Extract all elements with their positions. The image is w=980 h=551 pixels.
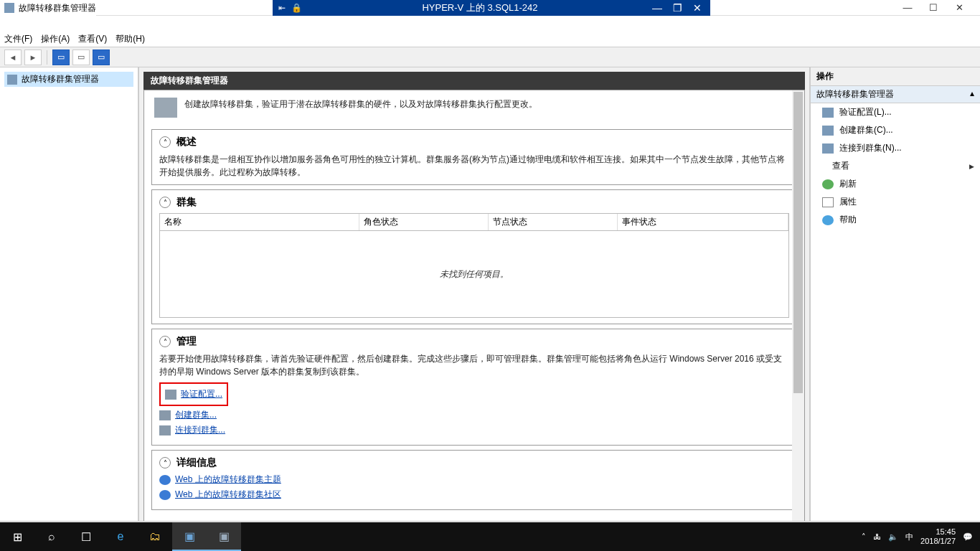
overview-panel: ˄ 概述 故障转移群集是一组相互协作以增加服务器角色可用性的独立计算机。群集服务… bbox=[151, 129, 797, 185]
volume-icon[interactable]: 🔈 bbox=[888, 532, 898, 542]
validate-config-link-row: 验证配置... bbox=[165, 388, 222, 400]
action-properties[interactable]: 属性 bbox=[811, 193, 980, 211]
menu-view[interactable]: 查看(V) bbox=[78, 33, 107, 45]
toolbar-back-button[interactable]: ◄ bbox=[4, 50, 22, 65]
globe-icon bbox=[159, 475, 171, 485]
action-connect[interactable]: 连接到群集(N)... bbox=[811, 139, 980, 157]
highlight-box: 验证配置... bbox=[159, 382, 228, 406]
vm-connection-titlebar: ⇤ 🔒 HYPER-V 上的 3.SQL1-242 — ❐ ✕ bbox=[273, 0, 710, 16]
tree-root-item[interactable]: 故障转移群集管理器 bbox=[4, 72, 133, 87]
scrollbar-thumb[interactable] bbox=[793, 92, 803, 393]
tray-up-icon[interactable]: ˄ bbox=[862, 532, 866, 542]
clusters-title: 群集 bbox=[176, 196, 197, 209]
validate-icon bbox=[822, 108, 834, 118]
outer-maximize-button[interactable]: ☐ bbox=[928, 2, 938, 13]
web-community-link-row: Web 上的故障转移群集社区 bbox=[159, 489, 789, 501]
chevron-up-icon[interactable]: ˄ bbox=[159, 336, 171, 347]
col-event-state[interactable]: 事件状态 bbox=[618, 214, 788, 230]
outer-minimize-button[interactable]: — bbox=[903, 2, 913, 13]
connect-cluster-link[interactable]: 连接到群集... bbox=[175, 424, 225, 436]
vm-minimize-button[interactable]: — bbox=[652, 2, 662, 14]
server-manager-icon[interactable]: ▣ bbox=[172, 522, 207, 551]
outer-close-button[interactable]: ✕ bbox=[954, 2, 964, 13]
menu-action[interactable]: 操作(A) bbox=[41, 33, 70, 45]
action-create-label: 创建群集(C)... bbox=[839, 124, 893, 136]
tree-pane: 故障转移群集管理器 bbox=[0, 67, 139, 521]
chevron-up-icon[interactable]: ˄ bbox=[159, 136, 171, 148]
web-community-link[interactable]: Web 上的故障转移群集社区 bbox=[175, 489, 281, 501]
col-node-state[interactable]: 节点状态 bbox=[489, 214, 618, 230]
toolbar-view1-button[interactable]: ▭ bbox=[52, 50, 70, 65]
actions-section-header: 故障转移群集管理器 ▴ bbox=[811, 86, 980, 103]
search-button[interactable]: ⌕ bbox=[34, 522, 69, 551]
actions-pane: 操作 故障转移群集管理器 ▴ 验证配置(L)... 创建群集(C)... 连接到… bbox=[809, 67, 980, 521]
chevron-up-icon[interactable]: ˄ bbox=[159, 457, 171, 468]
create-cluster-icon bbox=[159, 410, 171, 420]
center-body: 创建故障转移群集，验证用于潜在故障转移群集的硬件，以及对故障转移群集执行配置更改… bbox=[143, 90, 805, 521]
col-role-state[interactable]: 角色状态 bbox=[359, 214, 489, 230]
menu-file[interactable]: 文件(F) bbox=[4, 33, 32, 45]
taskbar-clock[interactable]: 15:45 2018/1/27 bbox=[920, 527, 956, 546]
task-view-button[interactable]: ☐ bbox=[69, 522, 103, 551]
vm-close-button[interactable]: ✕ bbox=[693, 2, 702, 14]
vm-lock-icon[interactable]: 🔒 bbox=[291, 3, 302, 13]
action-connect-label: 连接到群集(N)... bbox=[839, 142, 902, 154]
intro-text: 创建故障转移群集，验证用于潜在故障转移群集的硬件，以及对故障转移群集执行配置更改… bbox=[184, 98, 537, 110]
action-refresh[interactable]: 刷新 bbox=[811, 175, 980, 193]
web-topic-link-row: Web 上的故障转移群集主题 bbox=[159, 474, 789, 486]
action-help[interactable]: 帮助 bbox=[811, 211, 980, 229]
vm-caption: HYPER-V 上的 3.SQL1-242 bbox=[308, 1, 652, 14]
web-topic-link[interactable]: Web 上的故障转移群集主题 bbox=[175, 474, 281, 486]
action-validate[interactable]: 验证配置(L)... bbox=[811, 103, 980, 121]
create-icon bbox=[822, 126, 834, 136]
main-layout: 故障转移群集管理器 故障转移群集管理器 创建故障转移群集，验证用于潜在故障转移群… bbox=[0, 67, 980, 521]
vm-maximize-button[interactable]: ❐ bbox=[673, 2, 682, 14]
toolbar-view2-button[interactable]: ▭ bbox=[72, 50, 90, 65]
toolbar-view3-button[interactable]: ▭ bbox=[93, 50, 110, 65]
menu-help[interactable]: 帮助(H) bbox=[116, 33, 145, 45]
cluster-manager-taskbar-icon[interactable]: ▣ bbox=[207, 522, 241, 551]
globe-icon bbox=[159, 490, 171, 500]
clock-date: 2018/1/27 bbox=[920, 537, 956, 546]
action-create[interactable]: 创建群集(C)... bbox=[811, 121, 980, 139]
action-refresh-label: 刷新 bbox=[839, 178, 857, 190]
details-title: 详细信息 bbox=[176, 456, 217, 469]
tree-root-label: 故障转移群集管理器 bbox=[22, 73, 99, 85]
toolbar-separator bbox=[47, 50, 47, 65]
cluster-manager-icon bbox=[4, 3, 14, 13]
server-cluster-icon bbox=[154, 98, 177, 118]
connect-cluster-icon bbox=[159, 425, 171, 435]
action-validate-label: 验证配置(L)... bbox=[839, 106, 892, 118]
start-button[interactable]: ⊞ bbox=[0, 522, 34, 551]
scrollbar[interactable] bbox=[792, 90, 804, 521]
app-title-row: 故障转移群集管理器 bbox=[0, 0, 96, 16]
network-icon[interactable]: 🖧 bbox=[873, 532, 881, 541]
refresh-icon bbox=[822, 179, 834, 189]
ime-indicator[interactable]: 中 bbox=[905, 532, 913, 542]
app-title: 故障转移群集管理器 bbox=[19, 2, 96, 14]
collapse-icon[interactable]: ▴ bbox=[970, 88, 974, 100]
action-help-label: 帮助 bbox=[839, 214, 857, 226]
toolbar-forward-button[interactable]: ► bbox=[24, 50, 42, 65]
notifications-icon[interactable]: 💬 bbox=[963, 532, 973, 542]
actions-title: 操作 bbox=[811, 67, 980, 86]
file-explorer-icon[interactable]: 🗂 bbox=[138, 522, 172, 551]
edge-icon[interactable]: e bbox=[103, 522, 138, 551]
validate-config-link[interactable]: 验证配置... bbox=[181, 388, 222, 400]
connect-cluster-link-row: 连接到群集... bbox=[159, 424, 789, 436]
grid-empty-message: 未找到任何项目。 bbox=[160, 231, 788, 317]
clock-time: 15:45 bbox=[920, 527, 956, 537]
help-icon bbox=[822, 215, 834, 225]
action-view[interactable]: 查看 bbox=[811, 157, 980, 175]
center-header: 故障转移群集管理器 bbox=[143, 72, 805, 90]
vm-pin-icon[interactable]: ⇤ bbox=[278, 3, 286, 13]
chevron-up-icon[interactable]: ˄ bbox=[159, 197, 171, 208]
windows-taskbar: ⊞ ⌕ ☐ e 🗂 ▣ ▣ ˄ 🖧 🔈 中 15:45 2018/1/27 💬 bbox=[0, 522, 980, 551]
center-pane: 故障转移群集管理器 创建故障转移群集，验证用于潜在故障转移群集的硬件，以及对故障… bbox=[139, 67, 809, 521]
action-view-label: 查看 bbox=[832, 160, 849, 172]
create-cluster-link-row: 创建群集... bbox=[159, 409, 789, 421]
system-tray: ˄ 🖧 🔈 中 15:45 2018/1/27 💬 bbox=[862, 527, 980, 546]
col-name[interactable]: 名称 bbox=[160, 214, 359, 230]
overview-text: 故障转移群集是一组相互协作以增加服务器角色可用性的独立计算机。群集服务器(称为节… bbox=[159, 153, 789, 179]
create-cluster-link[interactable]: 创建群集... bbox=[175, 409, 217, 421]
